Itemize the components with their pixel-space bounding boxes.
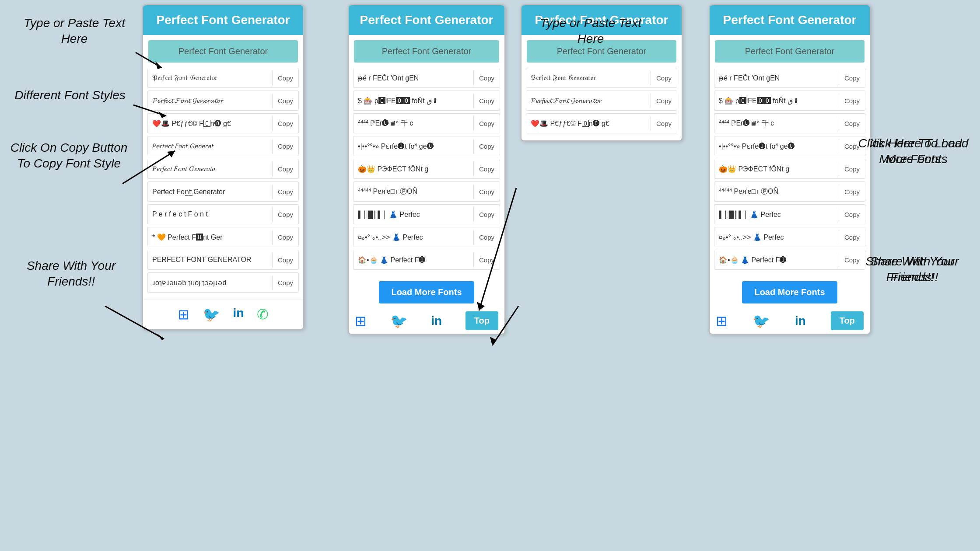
right-font-row: ⁴⁴⁴⁴ ℙEr🅞🖥ᵃ 千 cCopy — [353, 113, 500, 133]
right-font-list: ᵽé r FEČt 'Ont gENCopy$ 🎰 p🅾iFE🅾🅾 foŇt ق… — [349, 68, 504, 277]
facebook-icon-left[interactable]: ⊞ — [178, 306, 189, 323]
rr-input[interactable]: Perfect Font Generator — [715, 40, 864, 63]
left-font-text: P e r f e c t F o n t — [148, 207, 272, 222]
rr-copy-7[interactable]: Copy — [839, 230, 865, 244]
left-phone-header: Perfect Font Generator — [143, 5, 303, 35]
right-copy-button-8[interactable]: Copy — [473, 253, 500, 267]
left-font-text: ❤️🎩 P€ƒƒ€©️ F🄾n🅞 g€ — [148, 116, 272, 131]
rr-fb[interactable]: ⊞ — [716, 313, 728, 329]
right-font-text: 🎃👑 PЭФЕСT fÔNt g — [354, 161, 473, 177]
right-font-text: ᵽé r FEČt 'Ont gEN — [354, 70, 473, 86]
left-font-text: 𝘗𝘦𝘳𝘧𝘦𝘤𝘵 𝘍𝘰𝘯𝘵 𝘎𝘦𝘯𝘦𝘳𝘢𝘵 — [148, 139, 272, 153]
right-copy-button-1[interactable]: Copy — [473, 94, 500, 108]
rd-row: 𝓟𝓮𝓻𝓯𝓮𝓬𝓽 𝓕𝓸𝓷𝓽 𝓖𝓮𝓷𝓮𝓻𝓪𝓽𝓸𝓻Copy — [526, 91, 677, 111]
left-social-bar: ⊞ 🐦 in ✆ — [143, 300, 303, 329]
right-font-row: ¤ₒ•°ˉₒ•..>> 👗 PerfecCopy — [353, 227, 500, 247]
left-title: Perfect Font Generator — [148, 13, 298, 27]
rd-copy-1[interactable]: Copy — [651, 94, 677, 108]
left-copy-button-1[interactable]: Copy — [272, 94, 298, 108]
left-font-list: 𝔓𝔢𝔯𝔣𝔢𝔠𝔱 𝔉𝔬𝔫𝔱 𝔊𝔢𝔫𝔢𝔯𝔞𝔱𝔬𝔯Copy𝓟𝓮𝓻𝓯𝓮𝓬𝓽 𝓕𝓸𝓷𝓽 𝓖… — [143, 68, 303, 300]
rd-font-text: 𝔓𝔢𝔯𝔣𝔢𝔠𝔱 𝔉𝔬𝔫𝔱 𝔊𝔢𝔫𝔢𝔯𝔞𝔱𝔬𝔯 — [526, 70, 651, 85]
rr-row: •|••°°•» Pɛrfe🅞t fo⁴ ge🅞Copy — [714, 136, 865, 156]
left-input[interactable]: Perfect Font Generator — [148, 40, 298, 63]
right-display-right-phone: Perfect Font Generator Perfect Font Gene… — [709, 4, 871, 335]
left-copy-button-2[interactable]: Copy — [272, 116, 298, 131]
twitter-icon-right[interactable]: 🐦 — [390, 313, 408, 329]
right-copy-button-4[interactable]: Copy — [473, 162, 500, 176]
left-copy-button-7[interactable]: Copy — [272, 230, 298, 244]
rr-font-text: ᵽé r FEČt 'Ont gEN — [714, 70, 839, 86]
rr-copy-6[interactable]: Copy — [839, 207, 865, 222]
rr-font-text: •|••°°•» Pɛrfe🅞t fo⁴ ge🅞 — [714, 139, 839, 154]
right-copy-button-6[interactable]: Copy — [473, 207, 500, 222]
rr-row: 🏠•🧁 👗 Perfect F🅞Copy — [714, 250, 865, 270]
right-copy-button-3[interactable]: Copy — [473, 139, 500, 153]
rr-ann-load: Click Here To Load More Fonts — [855, 136, 965, 167]
rr-copy-0[interactable]: Copy — [839, 71, 865, 85]
load-more-button[interactable]: Load More Fonts — [379, 281, 474, 303]
right-font-text: ▌║█║▌│ 👗 Perfec — [354, 207, 473, 222]
left-copy-button-3[interactable]: Copy — [272, 139, 298, 153]
right-copy-button-2[interactable]: Copy — [473, 116, 500, 131]
right-bottom-bar: ⊞ 🐦 in Top — [349, 308, 504, 334]
rr-tw[interactable]: 🐦 — [752, 313, 770, 329]
rr-copy-5[interactable]: Copy — [839, 185, 865, 199]
left-font-text: 𝓟𝓮𝓻𝓯𝓮𝓬𝓽 𝓕𝓸𝓷𝓽 𝓖𝓮𝓷𝓮𝓻𝓪𝓽𝓸𝓻 — [148, 93, 272, 108]
left-font-row: * 🧡 Perfect F🅾nt GerCopy — [147, 227, 299, 247]
rr-li[interactable]: in — [795, 314, 806, 328]
left-font-row: ❤️🎩 P€ƒƒ€©️ F🄾n🅞 g€Copy — [147, 113, 299, 133]
top-button[interactable]: Top — [466, 311, 498, 330]
left-copy-button-5[interactable]: Copy — [272, 185, 298, 199]
rd-copy-0[interactable]: Copy — [651, 71, 677, 85]
right-font-row: ⁴⁴⁴⁴⁴ Peя'e□т ⓅOÑCopy — [353, 181, 500, 202]
rr-ann-type: Type or Paste Text Here — [529, 15, 652, 47]
facebook-icon-right[interactable]: ⊞ — [355, 313, 367, 329]
rd-font-text: ❤️🎩 P€ƒƒ€©️ F🄾n🅞 g€ — [526, 116, 651, 131]
linkedin-icon-right[interactable]: in — [431, 314, 442, 328]
whatsapp-icon-left[interactable]: ✆ — [257, 306, 269, 323]
right-copy-button-0[interactable]: Copy — [473, 71, 500, 85]
left-copy-button-8[interactable]: Copy — [272, 253, 298, 267]
rr-ann-share: Share With Your Friends!! — [853, 254, 967, 286]
left-copy-button-0[interactable]: Copy — [272, 71, 298, 85]
annotation-share: Share With Your Friends!! — [13, 258, 129, 290]
rd-copy-2[interactable]: Copy — [651, 116, 677, 131]
rr-top[interactable]: Top — [831, 311, 864, 330]
left-font-text: 𝔓𝔢𝔯𝔣𝔢𝔠𝔱 𝔉𝔬𝔫𝔱 𝔊𝔢𝔫𝔢𝔯𝔞𝔱𝔬𝔯 — [148, 70, 272, 85]
left-font-text: ɹoʇɐɹǝuǝƃ ʇuoɟ ʇɔǝɟɹǝd — [148, 275, 272, 290]
left-font-text: Perfect Fon̲t̲ Generator — [148, 184, 272, 199]
rr-copy-1[interactable]: Copy — [839, 94, 865, 108]
right-font-row: ᵽé r FEČt 'Ont gENCopy — [353, 68, 500, 88]
right-font-row: •|••°°•» Pɛrfe🅞t fo⁴ ge🅞Copy — [353, 136, 500, 156]
linkedin-icon-left[interactable]: in — [233, 306, 244, 323]
left-font-row: P e r f e c t F o n tCopy — [147, 204, 299, 224]
svg-marker-11 — [490, 337, 497, 345]
left-copy-button-6[interactable]: Copy — [272, 207, 298, 222]
rr-row: 🎃👑 PЭФЕСT fÔNt gCopy — [714, 159, 865, 179]
rd-font-text: 𝓟𝓮𝓻𝓯𝓮𝓬𝓽 𝓕𝓸𝓷𝓽 𝓖𝓮𝓷𝓮𝓻𝓪𝓽𝓸𝓻 — [526, 93, 651, 108]
left-font-row: PERFECT FONT GENERATORCopy — [147, 250, 299, 270]
rd-row: ❤️🎩 P€ƒƒ€©️ F🄾n🅞 g€Copy — [526, 113, 677, 133]
left-copy-button-4[interactable]: Copy — [272, 162, 298, 176]
left-copy-button-9[interactable]: Copy — [272, 276, 298, 290]
right-copy-button-7[interactable]: Copy — [473, 230, 500, 244]
left-font-row: Perfect Fon̲t̲ GeneratorCopy — [147, 181, 299, 202]
rd-row: 𝔓𝔢𝔯𝔣𝔢𝔠𝔱 𝔉𝔬𝔫𝔱 𝔊𝔢𝔫𝔢𝔯𝔞𝔱𝔬𝔯Copy — [526, 68, 677, 88]
right-copy-button-5[interactable]: Copy — [473, 185, 500, 199]
rr-copy-2[interactable]: Copy — [839, 116, 865, 131]
right-font-text: 🏠•🧁 👗 Perfect F🅞 — [354, 252, 473, 268]
left-font-text: 𝑃𝑒𝑟𝑓𝑒𝑐𝑡 𝐹𝑜𝑛𝑡 𝐺𝑒𝑛𝑒𝑟𝑎𝑡𝑜 — [148, 161, 272, 176]
right-font-text: •|••°°•» Pɛrfe🅞t fo⁴ ge🅞 — [354, 139, 473, 154]
rr-font-text: ⁴⁴⁴⁴ ℙEr🅞🖥ᵃ 千 c — [714, 115, 839, 132]
rr-font-text: ▌║█║▌│ 👗 Perfec — [714, 207, 839, 222]
svg-marker-7 — [157, 333, 164, 340]
rr-load-more[interactable]: Load More Fonts — [742, 281, 837, 303]
rr-font-text: ⁴⁴⁴⁴⁴ Peя'e□т ⓅOÑ — [714, 184, 839, 200]
right-phone-header: Perfect Font Generator — [349, 5, 504, 35]
rd-font-list: 𝔓𝔢𝔯𝔣𝔢𝔠𝔱 𝔉𝔬𝔫𝔱 𝔊𝔢𝔫𝔢𝔯𝔞𝔱𝔬𝔯Copy𝓟𝓮𝓻𝓯𝓮𝓬𝓽 𝓕𝓸𝓷𝓽 𝓖… — [522, 68, 682, 140]
rr-bottom: ⊞ 🐦 in Top — [710, 308, 870, 334]
right-font-text: ¤ₒ•°ˉₒ•..>> 👗 Perfec — [354, 230, 473, 245]
right-input[interactable]: Perfect Font Generator — [354, 40, 499, 63]
twitter-icon-left[interactable]: 🐦 — [203, 306, 220, 323]
rr-title: Perfect Font Generator — [715, 13, 864, 27]
